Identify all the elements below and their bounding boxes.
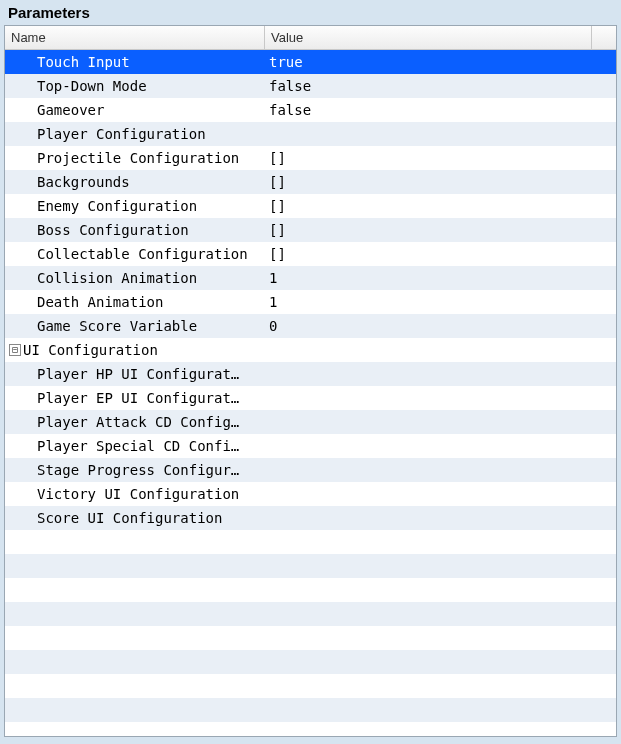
collapse-icon[interactable]: ⊟ (9, 344, 21, 356)
cell-name[interactable]: Death Animation (5, 290, 265, 314)
cell-value[interactable]: [] (265, 170, 616, 194)
row-name-text: Player Attack CD Config… (37, 410, 239, 434)
cell-value[interactable]: true (265, 50, 616, 74)
table-row[interactable]: Player EP UI Configurat… (5, 386, 616, 410)
cell-value[interactable]: [] (265, 218, 616, 242)
cell-value[interactable] (265, 482, 616, 506)
table-row[interactable]: Collectable Configuration[] (5, 242, 616, 266)
table-row[interactable]: Projectile Configuration[] (5, 146, 616, 170)
row-name-text: Top-Down Mode (37, 74, 147, 98)
cell-name (5, 530, 265, 554)
table-row-empty (5, 674, 616, 698)
cell-name[interactable]: Player EP UI Configurat… (5, 386, 265, 410)
row-name-text: Player EP UI Configurat… (37, 386, 239, 410)
column-header-value[interactable]: Value (265, 26, 592, 49)
parameters-table: Name Value Touch InputtrueTop-Down Modef… (4, 25, 617, 737)
table-row[interactable]: Player Attack CD Config… (5, 410, 616, 434)
cell-name[interactable]: Boss Configuration (5, 218, 265, 242)
row-name-text: Collision Animation (37, 266, 197, 290)
cell-name[interactable]: Projectile Configuration (5, 146, 265, 170)
cell-value[interactable] (265, 434, 616, 458)
row-name-text: Victory UI Configuration (37, 482, 239, 506)
table-row[interactable]: Death Animation1 (5, 290, 616, 314)
column-header-name[interactable]: Name (5, 26, 265, 49)
cell-name[interactable]: Score UI Configuration (5, 506, 265, 530)
cell-name[interactable]: Gameover (5, 98, 265, 122)
row-name-text: Boss Configuration (37, 218, 189, 242)
table-row[interactable]: Player Configuration (5, 122, 616, 146)
cell-value (265, 530, 616, 554)
row-name-text: Gameover (37, 98, 104, 122)
cell-name[interactable]: Victory UI Configuration (5, 482, 265, 506)
table-row[interactable]: Victory UI Configuration (5, 482, 616, 506)
cell-name[interactable]: Player Special CD Confi… (5, 434, 265, 458)
row-name-text: Stage Progress Configur… (37, 458, 239, 482)
cell-name[interactable]: Stage Progress Configur… (5, 458, 265, 482)
table-row[interactable]: Top-Down Modefalse (5, 74, 616, 98)
table-row-empty (5, 602, 616, 626)
cell-name[interactable]: ⊟UI Configuration (5, 338, 265, 362)
table-row[interactable]: Boss Configuration[] (5, 218, 616, 242)
cell-value (265, 650, 616, 674)
cell-value[interactable]: [] (265, 242, 616, 266)
table-row[interactable]: Gameoverfalse (5, 98, 616, 122)
cell-value[interactable] (265, 386, 616, 410)
cell-value[interactable] (265, 362, 616, 386)
column-header-spacer (592, 26, 616, 49)
cell-value[interactable]: [] (265, 194, 616, 218)
cell-value (265, 698, 616, 722)
table-row-empty (5, 530, 616, 554)
cell-name[interactable]: Collision Animation (5, 266, 265, 290)
cell-value[interactable]: 1 (265, 266, 616, 290)
table-row[interactable]: ⊟UI Configuration (5, 338, 616, 362)
table-row[interactable]: Game Score Variable0 (5, 314, 616, 338)
cell-name[interactable]: Player Attack CD Config… (5, 410, 265, 434)
cell-value[interactable] (265, 410, 616, 434)
table-row[interactable]: Enemy Configuration[] (5, 194, 616, 218)
row-name-text: Backgrounds (37, 170, 130, 194)
table-header: Name Value (5, 26, 616, 50)
table-row-empty (5, 650, 616, 674)
row-name-text: Collectable Configuration (37, 242, 248, 266)
cell-name (5, 578, 265, 602)
table-row[interactable]: Backgrounds[] (5, 170, 616, 194)
row-name-text: Player Special CD Confi… (37, 434, 239, 458)
cell-value (265, 578, 616, 602)
cell-value[interactable]: false (265, 98, 616, 122)
table-row[interactable]: Player Special CD Confi… (5, 434, 616, 458)
row-name-text: Game Score Variable (37, 314, 197, 338)
cell-name[interactable]: Backgrounds (5, 170, 265, 194)
cell-name[interactable]: Player Configuration (5, 122, 265, 146)
table-row-empty (5, 554, 616, 578)
cell-value (265, 602, 616, 626)
table-row[interactable]: Player HP UI Configurat… (5, 362, 616, 386)
cell-value[interactable] (265, 458, 616, 482)
cell-name[interactable]: Game Score Variable (5, 314, 265, 338)
cell-name (5, 626, 265, 650)
cell-value[interactable]: 1 (265, 290, 616, 314)
cell-name (5, 698, 265, 722)
row-name-text: Death Animation (37, 290, 163, 314)
cell-value[interactable]: 0 (265, 314, 616, 338)
cell-name (5, 650, 265, 674)
cell-name[interactable]: Enemy Configuration (5, 194, 265, 218)
table-row[interactable]: Collision Animation1 (5, 266, 616, 290)
cell-name[interactable]: Collectable Configuration (5, 242, 265, 266)
table-row-empty (5, 698, 616, 722)
cell-value[interactable] (265, 506, 616, 530)
cell-name (5, 554, 265, 578)
cell-value[interactable] (265, 338, 616, 362)
cell-value[interactable]: [] (265, 146, 616, 170)
table-row[interactable]: Touch Inputtrue (5, 50, 616, 74)
cell-name[interactable]: Player HP UI Configurat… (5, 362, 265, 386)
cell-value (265, 674, 616, 698)
cell-name[interactable]: Touch Input (5, 50, 265, 74)
cell-value[interactable]: false (265, 74, 616, 98)
parameters-panel: Parameters Name Value Touch InputtrueTop… (0, 0, 621, 744)
table-row[interactable]: Score UI Configuration (5, 506, 616, 530)
table-row[interactable]: Stage Progress Configur… (5, 458, 616, 482)
cell-name (5, 674, 265, 698)
cell-name[interactable]: Top-Down Mode (5, 74, 265, 98)
cell-value[interactable] (265, 122, 616, 146)
cell-value (265, 626, 616, 650)
